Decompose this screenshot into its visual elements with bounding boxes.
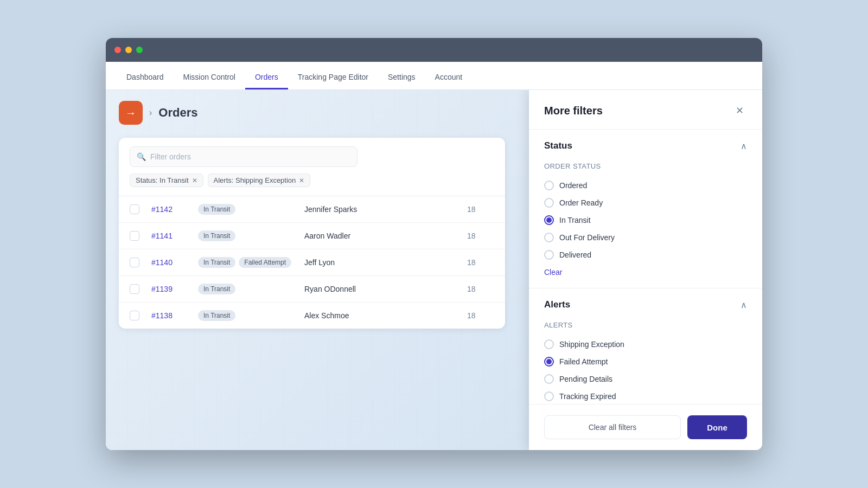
radio-label-in-transit: In Transit bbox=[559, 216, 591, 224]
filter-section-status: Status ∧ Order Status Ordered O bbox=[529, 130, 762, 288]
app-icon: → bbox=[119, 101, 143, 125]
filter-row: 🔍 Filter orders Status: In Transit ✕ Ale… bbox=[119, 138, 505, 196]
table-row: #1138 In Transit Alex Schmoe 18 bbox=[119, 303, 505, 329]
order-date-1141: 18 bbox=[467, 232, 494, 240]
radio-delivered[interactable]: Delivered bbox=[544, 246, 747, 264]
nav-mission-control[interactable]: Mission Control bbox=[174, 66, 245, 89]
close-button[interactable] bbox=[114, 47, 121, 53]
status-badge-1138-0: In Transit bbox=[198, 310, 235, 321]
nav-orders[interactable]: Orders bbox=[245, 66, 288, 89]
table-row: #1140 In Transit Failed Attempt Jeff Lyo… bbox=[119, 249, 505, 276]
search-placeholder: Filter orders bbox=[150, 152, 191, 161]
order-date-1140: 18 bbox=[467, 258, 494, 267]
customer-name-1142: Jennifer Sparks bbox=[304, 205, 357, 214]
table-row: #1139 In Transit Ryan ODonnell 18 bbox=[119, 276, 505, 303]
radio-ordered[interactable]: Ordered bbox=[544, 177, 747, 194]
chevron-up-icon-status: ∧ bbox=[741, 141, 747, 151]
filter-tag-alerts: Alerts: Shipping Exception ✕ bbox=[208, 174, 311, 187]
radio-pending-details[interactable]: Pending Details bbox=[544, 370, 747, 388]
order-id-1142[interactable]: #1142 bbox=[151, 205, 173, 214]
breadcrumb-title: Orders bbox=[158, 106, 197, 120]
radio-out-for-delivery[interactable]: Out For Delivery bbox=[544, 229, 747, 246]
filter-tag-status: Status: In Transit ✕ bbox=[130, 174, 203, 187]
section-header-alerts[interactable]: Alerts ∧ bbox=[529, 288, 762, 321]
clear-status-link[interactable]: Clear bbox=[544, 268, 562, 277]
radio-label-out-for-delivery: Out For Delivery bbox=[559, 233, 615, 242]
filter-tag-status-label: Status: In Transit bbox=[136, 176, 189, 184]
radio-inner-failed-attempt bbox=[546, 359, 552, 364]
search-icon: 🔍 bbox=[137, 152, 146, 161]
section-title-status: Status bbox=[544, 140, 572, 151]
radio-circle-out-for-delivery bbox=[544, 233, 554, 242]
customer-name-1140: Jeff Lyon bbox=[304, 258, 335, 267]
radio-in-transit[interactable]: In Transit bbox=[544, 211, 747, 229]
order-date-1142: 18 bbox=[467, 205, 494, 214]
nav-settings[interactable]: Settings bbox=[378, 66, 425, 89]
filter-tag-status-close[interactable]: ✕ bbox=[192, 177, 197, 184]
search-box[interactable]: 🔍 Filter orders bbox=[130, 146, 358, 167]
radio-shipping-exception[interactable]: Shipping Exception bbox=[544, 336, 747, 353]
radio-label-ordered: Ordered bbox=[559, 181, 587, 190]
row-checkbox-1140[interactable] bbox=[130, 258, 139, 267]
status-badge-1140-1: Failed Attempt bbox=[239, 257, 291, 268]
radio-label-order-ready: Order Ready bbox=[559, 198, 603, 207]
section-header-status[interactable]: Status ∧ bbox=[529, 130, 762, 162]
row-checkbox-1142[interactable] bbox=[130, 204, 139, 214]
clear-all-filters-button[interactable]: Clear all filters bbox=[544, 415, 681, 439]
order-date-1138: 18 bbox=[467, 311, 494, 320]
customer-name-1139: Ryan ODonnell bbox=[304, 285, 356, 293]
minimize-button[interactable] bbox=[125, 47, 132, 53]
radio-label-tracking-expired: Tracking Expired bbox=[559, 392, 616, 401]
panel-footer: Clear all filters Done bbox=[529, 404, 762, 450]
panel-header: More filters ✕ bbox=[529, 90, 762, 130]
main-window: Dashboard Mission Control Orders Trackin… bbox=[106, 38, 762, 450]
table-row: #1141 In Transit Aaron Wadler 18 bbox=[119, 223, 505, 249]
row-checkbox-1141[interactable] bbox=[130, 231, 139, 241]
done-button[interactable]: Done bbox=[687, 415, 747, 439]
customer-name-1141: Aaron Wadler bbox=[304, 232, 350, 240]
filters-panel: More filters ✕ Status ∧ Order Status bbox=[529, 90, 762, 450]
app-icon-symbol: → bbox=[125, 107, 136, 119]
breadcrumb-chevron: › bbox=[149, 108, 152, 118]
radio-label-pending-details: Pending Details bbox=[559, 375, 612, 383]
status-badge-1141-0: In Transit bbox=[198, 230, 235, 241]
filter-tag-alerts-close[interactable]: ✕ bbox=[299, 177, 304, 184]
nav-dashboard[interactable]: Dashboard bbox=[117, 66, 174, 89]
table-row: #1142 In Transit Jennifer Sparks 18 bbox=[119, 196, 505, 223]
section-content-status: Order Status Ordered Order Ready bbox=[529, 162, 762, 288]
navbar: Dashboard Mission Control Orders Trackin… bbox=[106, 62, 762, 90]
order-id-1140[interactable]: #1140 bbox=[151, 258, 173, 267]
maximize-button[interactable] bbox=[136, 47, 143, 53]
status-badge-1139-0: In Transit bbox=[198, 284, 235, 294]
panel-body: Status ∧ Order Status Ordered O bbox=[529, 130, 762, 404]
radio-circle-ordered bbox=[544, 181, 554, 190]
alerts-sub-label: Alerts bbox=[544, 321, 747, 329]
filter-section-alerts: Alerts ∧ Alerts Shipping Exception bbox=[529, 288, 762, 404]
nav-tracking-page-editor[interactable]: Tracking Page Editor bbox=[288, 66, 378, 89]
filter-tags: Status: In Transit ✕ Alerts: Shipping Ex… bbox=[130, 174, 494, 187]
radio-label-delivered: Delivered bbox=[559, 251, 591, 259]
order-date-1139: 18 bbox=[467, 285, 494, 293]
row-checkbox-1138[interactable] bbox=[130, 311, 139, 320]
radio-circle-delivered bbox=[544, 250, 554, 260]
radio-order-ready[interactable]: Order Ready bbox=[544, 194, 747, 211]
chevron-up-icon-alerts: ∧ bbox=[741, 300, 747, 310]
row-checkbox-1139[interactable] bbox=[130, 284, 139, 294]
order-id-1138[interactable]: #1138 bbox=[151, 311, 173, 320]
customer-name-1138: Alex Schmoe bbox=[304, 311, 349, 320]
panel-close-button[interactable]: ✕ bbox=[732, 103, 747, 118]
radio-inner-in-transit bbox=[546, 217, 552, 223]
radio-failed-attempt[interactable]: Failed Attempt bbox=[544, 353, 747, 370]
section-title-alerts: Alerts bbox=[544, 299, 570, 310]
content-area: → › Orders 🔍 Filter orders Status: In Tr… bbox=[106, 90, 762, 450]
status-badge-1142-0: In Transit bbox=[198, 204, 235, 215]
status-badge-1140-0: In Transit bbox=[198, 257, 235, 268]
radio-tracking-expired[interactable]: Tracking Expired bbox=[544, 388, 747, 404]
status-sub-label: Order Status bbox=[544, 162, 747, 170]
radio-circle-in-transit bbox=[544, 215, 554, 225]
nav-account[interactable]: Account bbox=[425, 66, 473, 89]
titlebar bbox=[106, 38, 762, 62]
order-id-1139[interactable]: #1139 bbox=[151, 285, 173, 293]
order-id-1141[interactable]: #1141 bbox=[151, 232, 173, 240]
radio-circle-tracking-expired bbox=[544, 391, 554, 401]
